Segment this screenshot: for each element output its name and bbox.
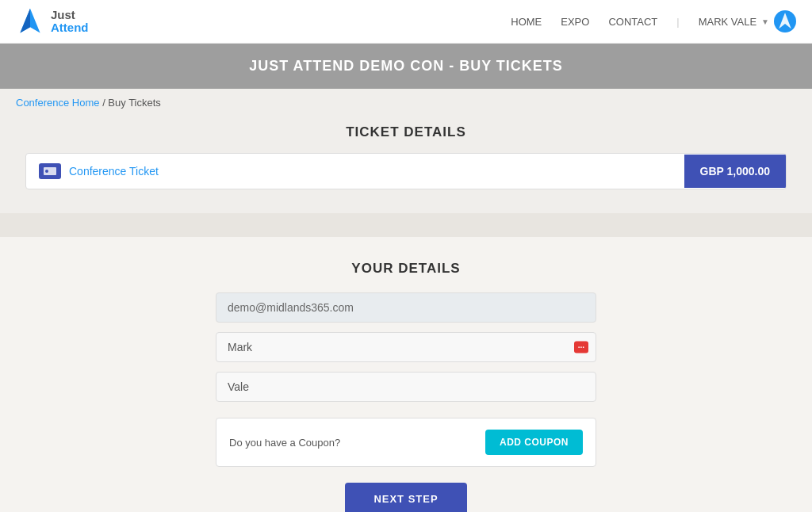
- first-name-field[interactable]: [216, 332, 596, 362]
- breadcrumb-home-link[interactable]: Conference Home: [16, 97, 100, 109]
- nav-links: HOME EXPO CONTACT | MARK VALE ▼: [511, 10, 796, 32]
- svg-point-5: [45, 170, 48, 173]
- coupon-row: Do you have a Coupon? ADD COUPON: [216, 418, 596, 467]
- section-gap: [0, 213, 812, 237]
- last-name-field[interactable]: [216, 372, 596, 402]
- logo[interactable]: Just Attend: [16, 7, 89, 36]
- ticket-row: Conference Ticket GBP 1,000.00: [25, 153, 787, 189]
- first-name-group: ···: [216, 332, 596, 362]
- svg-marker-1: [20, 9, 30, 33]
- next-step-button[interactable]: NEXT STEP: [345, 483, 466, 512]
- nav-divider: |: [676, 16, 679, 28]
- logo-text: Just Attend: [51, 9, 89, 35]
- ticket-section-title: TICKET DETAILS: [16, 124, 796, 140]
- email-field[interactable]: [216, 292, 596, 323]
- last-name-group: [216, 372, 596, 402]
- page-banner: JUST ATTEND DEMO CON - BUY TICKETS: [0, 44, 812, 89]
- user-name: MARK VALE: [699, 16, 756, 28]
- ticket-name: Conference Ticket: [69, 165, 159, 178]
- next-step-wrap: NEXT STEP: [216, 483, 596, 512]
- ticket-section: TICKET DETAILS Conference Ticket GBP 1,0…: [0, 117, 812, 213]
- details-section: YOUR DETAILS ··· Do you have a Coupon? A…: [0, 237, 812, 512]
- nav-expo[interactable]: EXPO: [561, 16, 589, 28]
- email-group: [216, 292, 596, 323]
- logo-just-label: Just: [51, 9, 89, 22]
- user-menu[interactable]: MARK VALE ▼: [699, 10, 796, 32]
- coupon-label: Do you have a Coupon?: [229, 437, 340, 449]
- nav-home[interactable]: HOME: [511, 16, 542, 28]
- details-title: YOUR DETAILS: [25, 261, 787, 277]
- nav-contact[interactable]: CONTACT: [608, 16, 657, 28]
- breadcrumb: Conference Home / Buy Tickets: [0, 89, 812, 117]
- first-name-wrapper: ···: [216, 332, 596, 362]
- breadcrumb-current: Buy Tickets: [108, 97, 160, 109]
- user-avatar-icon: [774, 10, 796, 32]
- logo-icon: [16, 7, 44, 36]
- chevron-down-icon: ▼: [761, 17, 769, 26]
- navbar: Just Attend HOME EXPO CONTACT | MARK VAL…: [0, 0, 812, 44]
- ticket-row-left: Conference Ticket: [26, 154, 684, 189]
- ticket-price: GBP 1,000.00: [684, 155, 786, 188]
- add-coupon-button[interactable]: ADD COUPON: [485, 430, 583, 455]
- ticket-icon-wrap: [39, 163, 61, 179]
- logo-attend-label: Attend: [51, 21, 89, 35]
- warning-icon: ···: [574, 342, 588, 353]
- ticket-icon: [44, 166, 56, 176]
- details-card: YOUR DETAILS ··· Do you have a Coupon? A…: [25, 261, 787, 512]
- banner-title: JUST ATTEND DEMO CON - BUY TICKETS: [249, 58, 563, 74]
